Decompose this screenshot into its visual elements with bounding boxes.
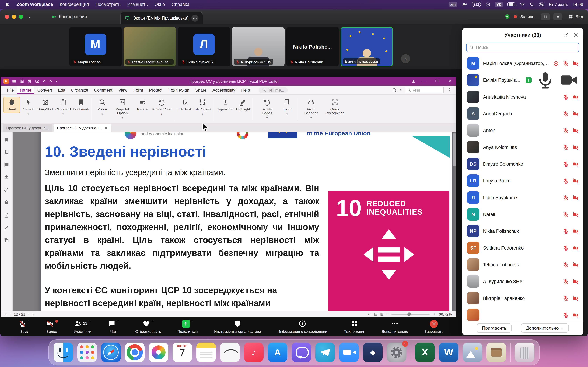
insert-tool[interactable]: Insert▾ [279,97,295,117]
dock-icon-music[interactable]: ♪ [244,342,264,362]
dock-icon-drawing-app[interactable] [220,342,240,362]
video-tile[interactable]: M Марія Голева [69,27,122,67]
camera-off-icon[interactable] [573,295,579,301]
first-page-icon[interactable]: « [5,312,7,316]
dock-icon-trash[interactable] [515,342,535,362]
camera-off-icon[interactable] [573,245,579,251]
comments-panel-icon[interactable] [4,162,9,167]
continuous-view-icon[interactable]: ▤ [374,312,378,316]
security-shield-icon[interactable] [504,14,510,20]
window-traffic-lights[interactable] [5,15,23,19]
camera-status-icon[interactable] [462,2,467,7]
dock-icon-excel[interactable]: X [415,342,435,362]
video-tile[interactable]: Nikita Polishc... Nikita Polishchuk [286,27,339,67]
vertical-scrollbar[interactable] [453,133,456,166]
rotate-pages-tool[interactable]: Rotate Pages▾ [255,97,279,121]
close-tab-icon[interactable]: ✕ [104,126,107,130]
attachments-panel-icon[interactable] [4,187,9,192]
redo-icon[interactable]: ↷ [49,79,52,84]
mic-muted-icon[interactable] [563,127,569,133]
video-tile[interactable]: А. Куриленко ЗНУ [232,27,284,67]
dock-icon-chrome[interactable] [125,342,145,362]
mic-muted-icon[interactable] [563,194,569,200]
menu-home[interactable]: Home [17,86,34,94]
menu-edit[interactable]: Изменить [127,2,148,7]
from-scanner-tool[interactable]: From Scanner▾ [299,97,323,121]
last-page-icon[interactable]: » [32,312,34,316]
mic-muted-icon[interactable] [563,262,569,267]
mic-muted-icon[interactable] [563,278,569,284]
menubar-time[interactable]: 14:08 [573,2,583,7]
dock-icon-photos[interactable] [149,342,168,362]
chat-button[interactable]: ⌃ Чат [108,320,119,333]
menu-comment[interactable]: Comment [91,86,115,94]
fullscreen-window-button[interactable] [19,15,23,19]
rotate-view-tool[interactable]: Rotate View▾ [151,97,172,117]
find-input[interactable] [413,88,440,92]
quick-access-caret-icon[interactable]: ▾ [56,80,57,83]
mail-icon[interactable] [35,79,40,83]
participant-row[interactable]: Вікторія Тараненко [462,290,583,307]
reactions-button[interactable]: ⌃ Отреагировать [135,320,161,333]
mic-muted-icon[interactable] [563,60,569,66]
dock-icon-notes[interactable] [196,342,216,362]
participant-row[interactable]: SF Svitlana Fedorenko [462,239,583,256]
participants-caret-icon[interactable]: ⌃ [88,320,91,323]
menubar-date[interactable]: Вт 7 жовт. [549,2,568,7]
mic-muted-icon[interactable] [563,312,569,318]
zoom-in-icon[interactable]: ＋ [432,312,436,317]
zoom-slider[interactable] [391,314,430,315]
camera-off-icon[interactable] [573,228,579,234]
camera-off-icon[interactable] [573,161,579,167]
spotlight-search-icon[interactable] [529,2,535,7]
document-tab[interactable]: Прогрес ЄС у досягне... [3,124,52,132]
dock-icon-utility-app[interactable]: ◆ [363,342,382,362]
battery-icon[interactable] [508,2,515,6]
page-indicator[interactable]: 12 / 21 [14,312,25,316]
find-box[interactable] [405,87,444,93]
mic-muted-icon[interactable] [563,245,569,251]
menu-view[interactable]: Посмотреть [95,2,121,7]
pages-panel-icon[interactable] [4,150,9,155]
zoom-tool[interactable]: Zoom▾ [94,97,110,117]
account-icon[interactable] [411,79,416,83]
more-options-button[interactable]: Дополнительно⌄ [521,323,569,333]
zoom-out-icon[interactable]: − [386,312,389,316]
dock-icon-app-store[interactable]: A [268,342,287,362]
bookmarks-panel-icon[interactable] [4,137,9,142]
participant-row[interactable]: Anastasiia Niesheva [462,88,583,105]
typewriter-tool[interactable]: Typewriter [216,97,235,113]
menu-file[interactable]: File [4,86,17,94]
zoom-percentage[interactable]: 66.72% [439,312,452,316]
participants-button[interactable]: 33⌃ Участники [74,320,91,333]
dock-icon-viber[interactable] [292,342,311,362]
menu-view[interactable]: View [115,86,130,94]
menu-conference[interactable]: Конференция [60,2,89,7]
menu-convert[interactable]: Convert [35,86,55,94]
mic-muted-icon[interactable] [563,94,569,100]
bookmark-tool[interactable]: Bookmark [72,97,90,113]
chat-caret-icon[interactable]: ⌃ [117,320,119,323]
participant-row-partial[interactable] [462,307,583,320]
ribbon-options-icon[interactable]: ⋮ [447,87,453,93]
camera-off-icon[interactable] [573,194,579,200]
signatures-panel-icon[interactable] [4,225,9,230]
fields-panel-icon[interactable] [4,213,9,218]
input-source-switcher[interactable]: УК [495,2,503,7]
status-count-badge[interactable]: 312 [472,2,481,7]
apps-button[interactable]: Приложения [344,320,365,333]
dock-icon-preview[interactable] [463,342,482,362]
menu-window[interactable]: Окно [154,2,165,7]
mic-muted-icon[interactable] [563,211,569,217]
mic-muted-icon[interactable] [563,228,569,234]
video-tile[interactable]: Тетяна Олексіївна Вл... [123,27,176,67]
dock-icon-archive[interactable] [486,342,506,362]
participant-row[interactable]: Tetiana Lobunets [462,256,583,273]
camera-off-icon[interactable] [573,262,579,267]
search-options-icon[interactable] [392,88,397,92]
audio-options-caret-icon[interactable]: ⌃ [27,320,30,323]
page-fit-tool[interactable]: Page Fit Option▾ [110,97,134,121]
more-button[interactable]: Дополнительно [382,320,408,333]
close-window-button[interactable] [5,15,9,19]
dock-icon-telegram[interactable] [315,342,335,362]
